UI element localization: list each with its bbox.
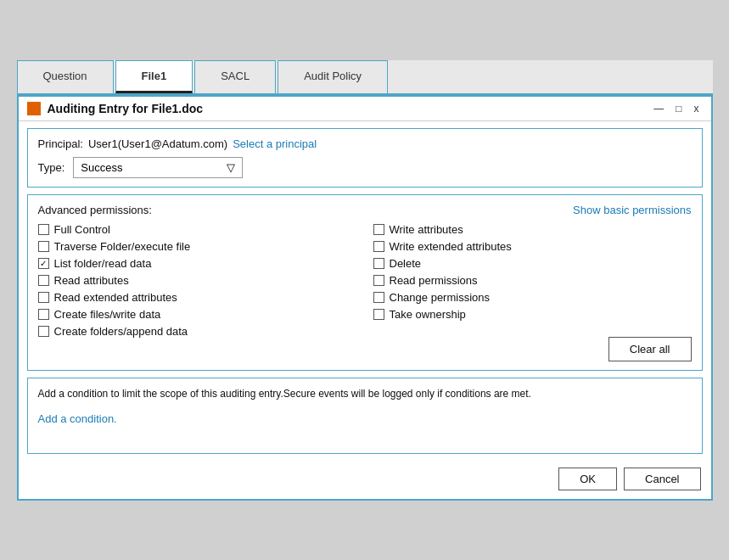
- type-row: Type: Success ▽: [38, 157, 692, 178]
- outer-container: Question File1 SACL Audit Policy Auditin…: [17, 60, 713, 501]
- ok-button[interactable]: OK: [558, 468, 617, 490]
- permissions-columns: Full Control Traverse Folder/execute fil…: [38, 223, 692, 361]
- perm-traverse-folder: Traverse Folder/execute file: [38, 240, 356, 253]
- perm-read-permissions-checkbox[interactable]: [373, 275, 384, 286]
- perm-read-attributes-checkbox[interactable]: [38, 275, 49, 286]
- perm-list-folder: List folder/read data: [38, 257, 356, 270]
- perm-write-extended-attributes-checkbox[interactable]: [373, 241, 384, 252]
- perm-delete: Delete: [373, 257, 692, 270]
- permissions-title: Advanced permissions:: [38, 204, 152, 216]
- perm-read-extended-attributes-checkbox[interactable]: [38, 292, 49, 303]
- perm-full-control: Full Control: [38, 223, 356, 236]
- window-icon: [27, 102, 41, 115]
- perm-read-permissions-label: Read permissions: [390, 274, 478, 287]
- left-permissions-col: Full Control Traverse Folder/execute fil…: [38, 223, 356, 361]
- perm-create-files: Create files/write data: [38, 308, 356, 321]
- cancel-button[interactable]: Cancel: [624, 468, 700, 490]
- type-dropdown[interactable]: Success ▽: [73, 157, 243, 178]
- perm-full-control-label: Full Control: [54, 223, 110, 236]
- perm-create-folders-label: Create folders/append data: [54, 325, 188, 338]
- perm-change-permissions-label: Change permissions: [390, 291, 491, 304]
- tab-question[interactable]: Question: [17, 60, 114, 93]
- window-controls: — □ x: [650, 103, 702, 115]
- add-condition-link[interactable]: Add a condition.: [38, 412, 117, 425]
- maximize-button[interactable]: □: [672, 103, 685, 115]
- perm-read-permissions: Read permissions: [373, 274, 692, 287]
- window-title: Auditing Entry for File1.doc: [48, 102, 204, 115]
- window-frame: Auditing Entry for File1.doc — □ x Princ…: [17, 95, 713, 501]
- perm-take-ownership: Take ownership: [373, 308, 692, 321]
- perm-create-folders-checkbox[interactable]: [38, 326, 49, 337]
- tab-file1[interactable]: File1: [115, 60, 193, 93]
- perm-full-control-checkbox[interactable]: [38, 224, 49, 235]
- perm-list-folder-checkbox[interactable]: [38, 258, 49, 269]
- perm-write-attributes-label: Write attributes: [390, 223, 463, 236]
- permissions-section: Advanced permissions: Show basic permiss…: [27, 194, 703, 371]
- perm-write-extended-attributes-label: Write extended attributes: [390, 240, 512, 253]
- perm-read-attributes: Read attributes: [38, 274, 356, 287]
- title-bar: Auditing Entry for File1.doc — □ x: [19, 97, 711, 121]
- principal-value: User1(User1@Adatum.com): [88, 137, 227, 150]
- close-button[interactable]: x: [691, 103, 703, 115]
- dropdown-arrow-icon: ▽: [227, 161, 235, 174]
- condition-section: Add a condition to limit the scope of th…: [27, 378, 703, 454]
- tab-audit-policy[interactable]: Audit Policy: [278, 60, 388, 93]
- clear-all-row: Clear all: [373, 337, 692, 361]
- perm-change-permissions-checkbox[interactable]: [373, 292, 384, 303]
- perm-write-extended-attributes: Write extended attributes: [373, 240, 692, 253]
- perm-delete-label: Delete: [390, 257, 422, 270]
- principal-label: Principal:: [38, 137, 83, 150]
- perm-create-files-label: Create files/write data: [54, 308, 161, 321]
- tab-sacl[interactable]: SACL: [194, 60, 276, 93]
- perm-traverse-folder-label: Traverse Folder/execute file: [54, 240, 191, 253]
- principal-type-section: Principal: User1(User1@Adatum.com) Selec…: [27, 128, 703, 188]
- permissions-header: Advanced permissions: Show basic permiss…: [38, 204, 692, 216]
- principal-row: Principal: User1(User1@Adatum.com) Selec…: [38, 137, 692, 150]
- select-principal-link[interactable]: Select a principal: [233, 137, 317, 150]
- perm-read-attributes-label: Read attributes: [54, 274, 129, 287]
- tab-bar: Question File1 SACL Audit Policy: [17, 60, 713, 95]
- perm-traverse-folder-checkbox[interactable]: [38, 241, 49, 252]
- perm-delete-checkbox[interactable]: [373, 258, 384, 269]
- perm-list-folder-label: List folder/read data: [54, 257, 152, 270]
- perm-create-folders: Create folders/append data: [38, 325, 356, 338]
- perm-take-ownership-checkbox[interactable]: [373, 309, 384, 320]
- type-label: Type:: [38, 161, 65, 174]
- perm-write-attributes: Write attributes: [373, 223, 692, 236]
- condition-description: Add a condition to limit the scope of th…: [38, 387, 692, 401]
- type-value: Success: [81, 161, 122, 174]
- show-basic-link[interactable]: Show basic permissions: [573, 204, 691, 216]
- perm-create-files-checkbox[interactable]: [38, 309, 49, 320]
- perm-read-extended-attributes-label: Read extended attributes: [54, 291, 177, 304]
- right-permissions-col: Write attributes Write extended attribut…: [373, 223, 692, 361]
- perm-change-permissions: Change permissions: [373, 291, 692, 304]
- perm-read-extended-attributes: Read extended attributes: [38, 291, 356, 304]
- perm-take-ownership-label: Take ownership: [390, 308, 466, 321]
- minimize-button[interactable]: —: [650, 103, 667, 115]
- perm-write-attributes-checkbox[interactable]: [373, 224, 384, 235]
- clear-all-button[interactable]: Clear all: [608, 337, 692, 361]
- footer-buttons: OK Cancel: [19, 461, 711, 499]
- title-bar-left: Auditing Entry for File1.doc: [27, 102, 204, 115]
